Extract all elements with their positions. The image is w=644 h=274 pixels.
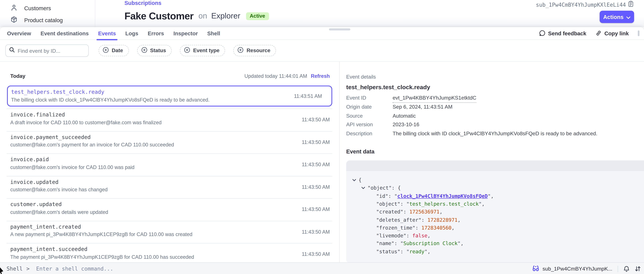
event-name: invoice.updated xyxy=(10,179,330,185)
event-row-selected[interactable]: test_helpers.test_clock.ready The billin… xyxy=(7,85,332,106)
sort-arrows-icon[interactable] xyxy=(635,266,641,272)
user-icon xyxy=(11,4,17,12)
field-source: Source Automatic xyxy=(346,112,644,120)
workbench-panel: Overview Event destinations Events Logs … xyxy=(0,27,644,274)
copy-link-button[interactable]: Copy link xyxy=(595,30,629,37)
updated-timestamp: Updated today 11:44:01 AM xyxy=(244,73,307,79)
json-line: "object": "test_helpers.test_clock", xyxy=(352,200,644,208)
tab-errors[interactable]: Errors xyxy=(148,27,164,40)
event-id-value[interactable]: evt_1Pw4KBBY4YhJumpKS1etktdC xyxy=(393,94,476,103)
event-name: payment_intent.succeeded xyxy=(10,246,330,252)
event-description: customer@fake.com's payment for an invoi… xyxy=(10,142,330,148)
page-title-row: Fake Customer on Explorer Active xyxy=(124,10,269,22)
event-time: 11:43:50 AM xyxy=(302,117,330,123)
tab-shell[interactable]: Shell xyxy=(207,27,220,40)
shell-context-resource[interactable]: sub_1Pw4CmBY4YhJumpK... xyxy=(532,265,612,272)
filter-pill-status[interactable]: Status xyxy=(137,45,172,56)
speech-bubble-icon xyxy=(539,30,545,37)
json-body: { "object": { "id": "clock_1Pw4ClBY4YhJu… xyxy=(346,171,644,262)
detail-event-name: test_helpers.test_clock.ready xyxy=(346,84,644,90)
binoculars-icon xyxy=(532,265,539,272)
events-list-header: Today Updated today 11:44:01 AM Refresh xyxy=(10,73,330,79)
json-line: "frozen_time": 1728340560, xyxy=(352,224,644,232)
sidebar-item-customers[interactable]: Customers xyxy=(11,4,51,12)
filter-pill-resource[interactable]: Resource xyxy=(234,45,276,56)
shell-bar-right: sub_1Pw4CmBY4YhJumpK... xyxy=(532,263,641,274)
title-connector: on xyxy=(198,12,207,21)
divider xyxy=(618,265,618,272)
tab-bar-tools: Send feedback Copy link xyxy=(539,27,629,40)
page-title: Fake Customer xyxy=(124,10,194,22)
event-row[interactable]: payment_intent.created A new payment pi_… xyxy=(0,221,339,243)
search-icon xyxy=(9,47,15,54)
clipboard-icon[interactable] xyxy=(628,1,633,8)
collapse-caret-icon[interactable] xyxy=(352,176,358,184)
send-feedback-button[interactable]: Send feedback xyxy=(539,30,586,37)
breadcrumb-subscriptions[interactable]: Subscriptions xyxy=(124,0,162,6)
date-group-label: Today xyxy=(10,73,25,79)
tab-inspector[interactable]: Inspector xyxy=(174,27,198,40)
plus-circle-icon xyxy=(238,47,244,54)
event-description: customer@fake.com's details were updated xyxy=(10,209,330,215)
sidebar-item-product-catalog[interactable]: Product catalog xyxy=(11,16,63,24)
shell-prompt-chevron: > xyxy=(26,265,30,271)
json-line: "deletes_after": 1728228971, xyxy=(352,216,644,224)
event-data-json: { "object": { "id": "clock_1Pw4ClBY4YhJu… xyxy=(346,160,644,262)
field-description: Description The billing clock with ID cl… xyxy=(346,129,644,138)
tab-event-destinations[interactable]: Event destinations xyxy=(40,27,89,40)
tab-overview[interactable]: Overview xyxy=(7,27,31,40)
subscription-id[interactable]: sub_1Pw4CmBY4YhJumpKXlEeLi44 xyxy=(536,1,633,8)
tab-logs[interactable]: Logs xyxy=(125,27,138,40)
event-row[interactable]: invoice.payment_succeeded customer@fake.… xyxy=(0,131,339,154)
event-details-pane: Event details test_helpers.test_clock.re… xyxy=(340,62,644,262)
sidebar: Customers Product catalog xyxy=(0,0,95,27)
event-description: customer@fake.com's invoice for CAD 110.… xyxy=(10,164,330,170)
scrollbar-thumb[interactable] xyxy=(638,30,639,36)
event-details-label: Event details xyxy=(346,74,644,80)
event-time: 11:43:50 AM xyxy=(302,139,330,145)
event-row[interactable]: invoice.updated customer@fake.com's invo… xyxy=(0,176,339,198)
tab-events[interactable]: Events xyxy=(98,27,116,40)
shell-command-placeholder[interactable]: Enter a shell command... xyxy=(36,265,113,271)
top-header: Customers Product catalog Subscriptions … xyxy=(0,0,644,27)
title-context: Explorer xyxy=(211,12,240,21)
plus-circle-icon xyxy=(141,47,147,54)
event-row[interactable]: payment_intent.succeeded The payment pi_… xyxy=(0,243,339,262)
field-event-id: Event ID evt_1Pw4KBBY4YhJumpKS1etktdC xyxy=(346,94,644,103)
event-name: customer.updated xyxy=(10,201,330,207)
event-name: invoice.paid xyxy=(10,156,330,162)
event-time: 11:43:50 AM xyxy=(302,162,330,167)
shell-bar[interactable]: Shell > Enter a shell command... sub_1Pw… xyxy=(0,262,644,274)
actions-button[interactable]: Actions xyxy=(600,11,634,23)
collapse-caret-icon[interactable] xyxy=(361,184,368,192)
event-row[interactable]: customer.updated customer@fake.com's det… xyxy=(0,198,339,221)
event-name: invoice.payment_succeeded xyxy=(10,134,330,140)
event-name: payment_intent.created xyxy=(10,224,330,230)
json-line: "status": "ready", xyxy=(352,248,644,256)
box-icon xyxy=(11,16,17,24)
refresh-link[interactable]: Refresh xyxy=(311,73,330,79)
field-api-version: API version 2023-10-16 xyxy=(346,120,644,129)
chevron-down-icon xyxy=(626,14,630,20)
event-data-label: Event data xyxy=(346,149,644,155)
plus-circle-icon xyxy=(103,47,109,54)
status-badge: Active xyxy=(246,12,269,20)
event-description: The billing clock with ID clock_1Pw4ClBY… xyxy=(10,97,323,103)
event-name: test_helpers.test_clock.ready xyxy=(10,89,323,95)
field-origin-date: Origin date Sep 6, 2024, 11:43:51 AM xyxy=(346,103,644,112)
clock-id-link[interactable]: clock_1Pw4ClBY4YhJumpKVo8sFQeD xyxy=(397,193,488,199)
json-line: "created": 1725636971, xyxy=(352,208,644,216)
event-description: A draft invoice for CAD 110.00 to custom… xyxy=(10,119,330,125)
event-time: 11:43:50 AM xyxy=(302,251,330,257)
json-line: "id": "clock_1Pw4ClBY4YhJumpKVo8sFQeD", xyxy=(352,192,644,200)
event-row[interactable]: invoice.paid customer@fake.com's invoice… xyxy=(0,154,339,176)
event-row[interactable]: invoice.finalized A draft invoice for CA… xyxy=(0,109,339,131)
search-input[interactable] xyxy=(18,48,85,54)
filter-pill-event-type[interactable]: Event type xyxy=(180,45,225,56)
notifications-bell-icon[interactable] xyxy=(624,265,630,272)
link-icon xyxy=(595,30,602,37)
event-description: The payment pi_3Pw4K8BY4YhJumpK1CEP9zgB … xyxy=(10,254,330,260)
event-search[interactable] xyxy=(5,45,89,57)
filter-bar: Date Status Event type xyxy=(0,40,644,62)
filter-pill-date[interactable]: Date xyxy=(99,45,129,56)
